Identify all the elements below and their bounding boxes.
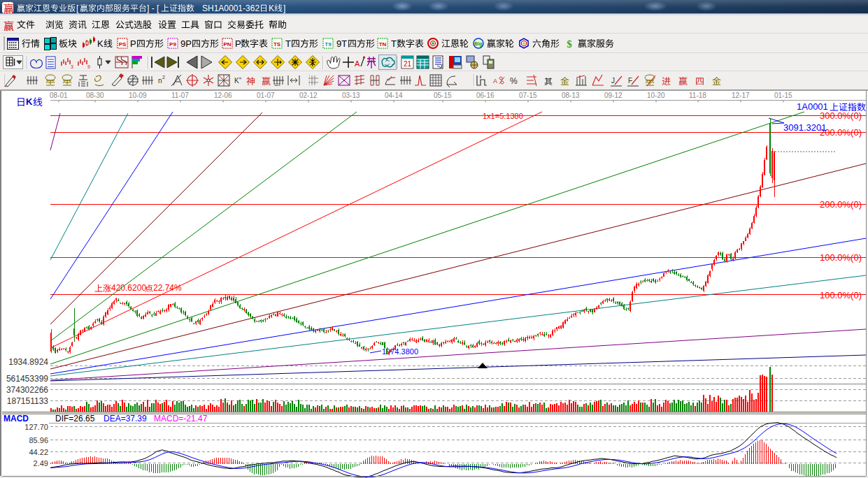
svg-text:F: F	[628, 77, 632, 85]
svg-text:PN: PN	[223, 41, 231, 48]
svg-text:3: 3	[71, 64, 73, 69]
svg-text:K”: K”	[234, 77, 241, 85]
svg-text:$: $	[567, 38, 572, 50]
svg-text:123: 123	[274, 82, 280, 87]
svg-text:P9: P9	[169, 41, 176, 48]
svg-text:A: A	[355, 59, 360, 68]
svg-text:Big: Big	[474, 41, 482, 47]
svg-text:9: 9	[87, 64, 90, 69]
svg-text:J: J	[611, 77, 615, 85]
svg-text:n: n	[158, 77, 162, 85]
svg-text:T9: T9	[325, 41, 332, 48]
svg-text:PS: PS	[119, 41, 127, 48]
svg-text:2: 2	[162, 75, 165, 80]
svg-text:TS: TS	[273, 41, 281, 48]
svg-text:A: A	[493, 78, 497, 85]
svg-text:%: %	[510, 76, 518, 86]
svg-text:TN: TN	[379, 41, 387, 48]
svg-text:21: 21	[404, 60, 412, 68]
